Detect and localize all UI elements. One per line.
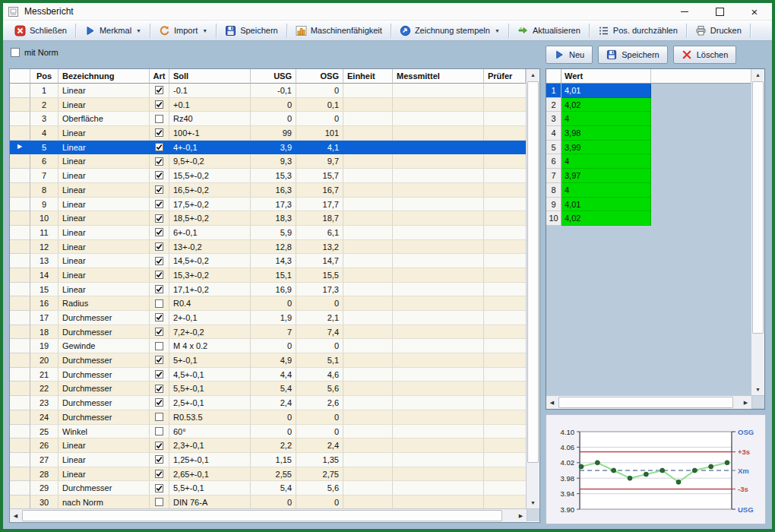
main-table-vscrollbar[interactable]: ▲ ▼ — [526, 69, 539, 508]
column-header-soll[interactable]: Soll — [169, 69, 251, 84]
table-row[interactable]: 21Durchmesser4,5+-0,14,44,6 — [10, 368, 526, 382]
toolbar-button-aktualisieren[interactable]: Aktualisieren — [511, 23, 587, 39]
art-checkbox[interactable] — [155, 413, 163, 421]
table-row[interactable]: 12Linear13+-0,212,813,2 — [10, 240, 526, 255]
art-checkbox[interactable] — [155, 86, 163, 94]
art-checkbox[interactable] — [155, 271, 163, 279]
table-row[interactable]: 8Linear16,5+-0,216,316,7 — [10, 183, 526, 198]
art-checkbox[interactable] — [155, 484, 163, 492]
column-header-bezeichnung[interactable]: Bezeichnung — [59, 69, 150, 84]
art-checkbox[interactable] — [155, 128, 163, 137]
table-row[interactable]: 3OberflächeRz4000 — [10, 112, 526, 126]
wert-row[interactable]: 34 — [546, 112, 751, 126]
column-header-usg[interactable]: USG — [251, 69, 296, 84]
column-header-pr-fer[interactable]: Prüfer — [484, 69, 526, 84]
art-checkbox[interactable] — [155, 200, 163, 208]
table-row[interactable]: 15Linear17,1+-0,216,917,3 — [10, 283, 526, 297]
art-checkbox[interactable] — [155, 157, 163, 166]
table-row[interactable]: 27Linear1,25+-0,11,151,35 — [10, 453, 526, 467]
mit-norm-checkbox[interactable]: mit Norm — [11, 48, 59, 57]
table-row[interactable]: 7Linear15,5+-0,215,315,7 — [10, 169, 526, 183]
art-checkbox[interactable] — [155, 470, 163, 478]
toolbar-button-schlie-en[interactable]: Schließen — [8, 23, 74, 39]
vscroll-thumb[interactable] — [752, 81, 764, 334]
art-checkbox[interactable] — [155, 100, 163, 109]
art-checkbox[interactable] — [155, 257, 163, 265]
scroll-right-icon[interactable]: ▶ — [515, 510, 527, 521]
minimize-button[interactable] — [667, 3, 702, 20]
table-row[interactable]: 14Linear15,3+-0,215,115,5 — [10, 268, 526, 283]
toolbar-button-merkmal[interactable]: Merkmal▼ — [78, 23, 148, 39]
wert-row[interactable]: 94,01 — [546, 198, 751, 212]
art-checkbox[interactable] — [155, 455, 163, 464]
table-row[interactable]: 10Linear18,5+-0,218,318,7 — [10, 211, 526, 226]
close-button[interactable] — [737, 3, 772, 20]
art-checkbox[interactable] — [155, 214, 163, 223]
main-table-hscrollbar[interactable]: ◀ ▶ — [10, 508, 527, 522]
art-checkbox[interactable] — [155, 299, 163, 308]
wert-row[interactable]: 53,99 — [546, 141, 751, 155]
toolbar-button-import[interactable]: Import▼ — [152, 23, 214, 39]
art-checkbox[interactable] — [155, 342, 163, 350]
art-checkbox[interactable] — [155, 115, 163, 123]
wert-row[interactable]: 43,98 — [546, 126, 751, 141]
l-schen-button[interactable]: Löschen — [673, 46, 737, 64]
column-header-art[interactable]: Art — [150, 69, 169, 84]
toolbar-button-zeichnung-stempeln[interactable]: Zeichnung stempeln▼ — [393, 23, 507, 39]
speichern-button[interactable]: Speichern — [598, 46, 668, 64]
table-row[interactable]: 17Durchmesser2+-0,11,92,1 — [10, 311, 526, 325]
table-row[interactable]: 9Linear17,5+-0,217,317,7 — [10, 198, 526, 212]
table-row[interactable]: 23Durchmesser2,5+-0,12,42,6 — [10, 396, 526, 410]
table-row[interactable]: 18Durchmesser7,2+-0,277,4 — [10, 325, 526, 340]
table-row[interactable]: 30nach NormDIN 76-A00 — [10, 496, 526, 508]
toolbar-button-pos-durchz-hlen[interactable]: Pos. durchzählen — [591, 23, 685, 39]
column-header-osg[interactable]: OSG — [296, 69, 343, 84]
scroll-down-icon[interactable]: ▼ — [527, 497, 539, 508]
hscroll-thumb[interactable] — [22, 510, 502, 521]
table-row[interactable]: 16RadiusR0.400 — [10, 296, 526, 311]
wert-row[interactable]: 24,02 — [546, 98, 751, 112]
toolbar-button-speichern[interactable]: Speichern — [218, 23, 285, 39]
table-row[interactable]: 28Linear2,65+-0,12,552,75 — [10, 467, 526, 482]
art-checkbox[interactable] — [155, 185, 163, 194]
table-row[interactable]: 24DurchmesserR0.53.500 — [10, 410, 526, 425]
table-row[interactable]: 19GewindeM 4 x 0.200 — [10, 339, 526, 353]
table-row[interactable]: 20Durchmesser5+-0,14,95,1 — [10, 353, 526, 368]
art-checkbox[interactable] — [155, 313, 163, 321]
table-row[interactable]: 6Linear9,5+-0,29,39,7 — [10, 154, 526, 169]
art-checkbox[interactable] — [155, 442, 163, 450]
toolbar-button-maschinenf-higkeit[interactable]: Maschinenfähigkeit — [289, 23, 389, 39]
art-checkbox[interactable] — [155, 356, 163, 364]
scroll-left-icon[interactable]: ◀ — [546, 397, 558, 408]
art-checkbox[interactable] — [155, 370, 163, 378]
art-checkbox[interactable] — [155, 427, 163, 435]
column-header-pos[interactable]: Pos — [30, 69, 59, 84]
maximize-button[interactable] — [702, 3, 737, 20]
wert-row[interactable]: 104,02 — [546, 211, 751, 226]
art-checkbox[interactable] — [155, 143, 163, 151]
hscroll-thumb[interactable] — [558, 397, 733, 408]
table-row[interactable]: 25Winkel60°00 — [10, 425, 526, 439]
scroll-up-icon[interactable]: ▲ — [752, 69, 764, 81]
table-row[interactable]: 22Durchmesser5,5+-0,15,45,6 — [10, 382, 526, 396]
neu-button[interactable]: Neu — [546, 46, 593, 64]
column-header-wert[interactable]: Wert — [561, 69, 651, 84]
table-row[interactable]: 26Linear2,3+-0,12,22,4 — [10, 439, 526, 453]
table-row[interactable]: 2Linear+0.100,1 — [10, 98, 526, 112]
column-header-einheit[interactable]: Einheit — [343, 69, 393, 84]
table-row[interactable]: 11Linear6+-0,15,96,1 — [10, 226, 526, 240]
vscroll-thumb[interactable] — [527, 81, 539, 463]
table-row[interactable]: 13Linear14,5+-0,214,314,7 — [10, 254, 526, 268]
art-checkbox[interactable] — [155, 498, 163, 506]
toolbar-button-drucken[interactable]: Drucken — [688, 23, 748, 39]
scroll-down-icon[interactable]: ▼ — [752, 384, 764, 395]
wert-row[interactable]: 73,97 — [546, 169, 751, 183]
scroll-left-icon[interactable]: ◀ — [10, 510, 21, 521]
table-row[interactable]: 1Linear-0.1-0,10 — [10, 84, 526, 98]
art-checkbox[interactable] — [155, 242, 163, 251]
wert-row[interactable]: 84 — [546, 183, 751, 198]
wert-vscrollbar[interactable]: ▲ ▼ — [751, 69, 764, 395]
art-checkbox[interactable] — [155, 328, 163, 336]
wert-row[interactable]: 14,01 — [546, 84, 751, 98]
table-row[interactable]: 29Durchmesser5,5+-0,15,45,6 — [10, 481, 526, 496]
